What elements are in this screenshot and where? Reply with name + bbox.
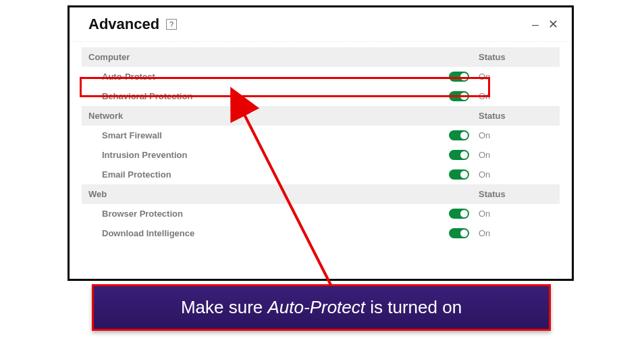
status-header: Status xyxy=(479,189,560,199)
setting-row-intrusion-prevention: Intrusion Prevention On xyxy=(82,145,560,165)
status-text: On xyxy=(479,72,560,82)
status-text: On xyxy=(479,150,560,160)
callout-suffix: is turned on xyxy=(365,297,462,317)
status-header: Status xyxy=(479,111,560,121)
toggle-email-protection[interactable] xyxy=(449,169,469,180)
setting-label: Auto-Protect xyxy=(82,72,449,82)
toggle-behavioral-protection[interactable] xyxy=(449,91,469,101)
settings-window: Advanced ? – ✕ Computer Status Auto-Prot… xyxy=(68,5,574,281)
toggle-browser-protection[interactable] xyxy=(449,209,469,219)
section-label: Web xyxy=(82,189,449,199)
setting-row-download-intelligence: Download Intelligence On xyxy=(82,223,560,243)
setting-label: Smart Firewall xyxy=(82,130,449,140)
close-button[interactable]: ✕ xyxy=(548,18,558,30)
setting-row-browser-protection: Browser Protection On xyxy=(82,204,560,223)
section-header-network: Network Status xyxy=(82,106,560,126)
page-title: Advanced xyxy=(88,16,159,33)
status-text: On xyxy=(479,130,560,140)
toggle-download-intelligence[interactable] xyxy=(449,228,469,238)
section-header-computer: Computer Status xyxy=(82,47,560,67)
status-header: Status xyxy=(479,52,560,62)
callout-em: Auto-Protect xyxy=(268,297,366,317)
setting-label: Intrusion Prevention xyxy=(82,150,449,160)
minimize-button[interactable]: – xyxy=(532,18,539,30)
window-controls: – ✕ xyxy=(532,18,558,30)
section-label: Computer xyxy=(82,52,449,62)
setting-row-email-protection: Email Protection On xyxy=(82,165,560,184)
setting-row-auto-protect: Auto-Protect On xyxy=(82,67,560,86)
status-text: On xyxy=(479,209,560,219)
setting-label: Browser Protection xyxy=(82,209,449,219)
setting-row-behavioral-protection: Behavioral Protection On xyxy=(82,86,560,106)
callout-prefix: Make sure xyxy=(181,297,268,317)
divider xyxy=(70,41,572,42)
setting-row-smart-firewall: Smart Firewall On xyxy=(82,126,560,145)
status-text: On xyxy=(479,228,560,238)
toggle-auto-protect[interactable] xyxy=(449,72,469,82)
status-text: On xyxy=(479,91,560,101)
setting-label: Behavioral Protection xyxy=(82,91,449,101)
toggle-smart-firewall[interactable] xyxy=(449,130,469,140)
section-header-web: Web Status xyxy=(82,184,560,204)
toggle-intrusion-prevention[interactable] xyxy=(449,150,469,160)
setting-label: Download Intelligence xyxy=(82,228,449,238)
instruction-callout: Make sure Auto-Protect is turned on xyxy=(92,284,551,331)
setting-label: Email Protection xyxy=(82,169,449,180)
title-bar: Advanced ? – ✕ xyxy=(70,7,572,41)
help-icon[interactable]: ? xyxy=(166,19,177,30)
status-text: On xyxy=(479,169,560,180)
section-label: Network xyxy=(82,111,449,121)
settings-table: Computer Status Auto-Protect On Behavior… xyxy=(70,47,572,243)
